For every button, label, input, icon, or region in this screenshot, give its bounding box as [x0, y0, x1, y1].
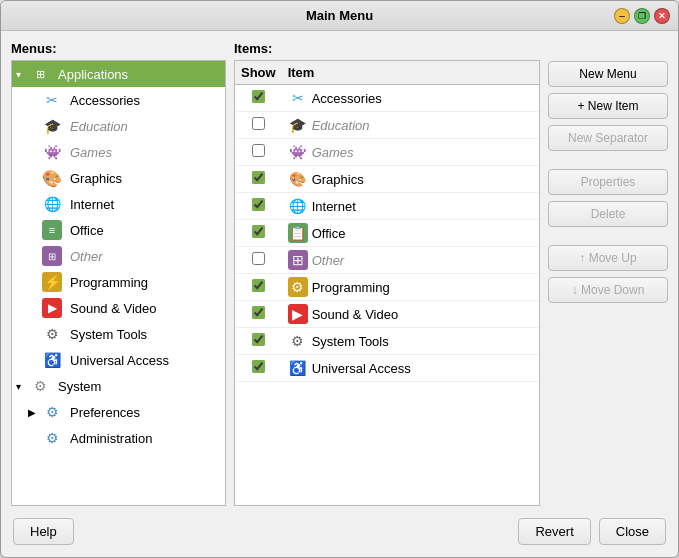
table-row[interactable]: 🎨Graphics	[235, 166, 539, 193]
show-checkbox[interactable]	[235, 220, 282, 247]
table-row[interactable]: ⚙System Tools	[235, 328, 539, 355]
education-icon: 🎓	[42, 116, 62, 136]
tree-item-system-tools[interactable]: ⚙ System Tools	[12, 321, 225, 347]
panels: Menus: ▾ ⊞ Applications ✂ Accessories	[11, 41, 668, 506]
item-cell: ⊞Other	[282, 247, 539, 274]
tree-item-education[interactable]: 🎓 Education	[12, 113, 225, 139]
revert-button[interactable]: Revert	[518, 518, 590, 545]
menus-tree: ▾ ⊞ Applications ✂ Accessories 🎓	[11, 60, 226, 506]
item-icon: 🎓	[288, 115, 308, 135]
properties-button[interactable]: Properties	[548, 169, 668, 195]
item-cell: 🎨Graphics	[282, 166, 539, 193]
item-icon: ⚙	[288, 277, 308, 297]
internet-label: Internet	[70, 197, 114, 212]
help-button[interactable]: Help	[13, 518, 74, 545]
tree-item-office[interactable]: ≡ Office	[12, 217, 225, 243]
table-row[interactable]: 🎓Education	[235, 112, 539, 139]
main-window: Main Menu – ❐ ✕ Menus:	[0, 0, 679, 558]
move-up-button[interactable]: ↑ Move Up	[548, 245, 668, 271]
show-checkbox[interactable]	[235, 355, 282, 382]
table-row[interactable]: ⊞Other	[235, 247, 539, 274]
close-title-button[interactable]: ✕	[654, 8, 670, 24]
close-button[interactable]: Close	[599, 518, 666, 545]
item-name: Accessories	[312, 91, 382, 106]
item-icon: 🌐	[288, 196, 308, 216]
table-row[interactable]: 👾Games	[235, 139, 539, 166]
item-cell: 📋Office	[282, 220, 539, 247]
tree-item-internet[interactable]: 🌐 Internet	[12, 191, 225, 217]
tree-item-graphics[interactable]: 🎨 Graphics	[12, 165, 225, 191]
item-name: System Tools	[312, 334, 389, 349]
tree-item-applications[interactable]: ▾ ⊞ Applications	[12, 61, 225, 87]
item-name: Programming	[312, 280, 390, 295]
education-label: Education	[70, 119, 128, 134]
accessories-label: Accessories	[70, 93, 140, 108]
sound-video-icon: ▶	[42, 298, 62, 318]
tree-item-preferences[interactable]: ▶ ⚙ Preferences	[12, 399, 225, 425]
move-down-button[interactable]: ↓ Move Down	[548, 277, 668, 303]
expand-arrow-applications: ▾	[16, 69, 28, 80]
content-area: Menus: ▾ ⊞ Applications ✂ Accessories	[1, 31, 678, 557]
table-row[interactable]: 📋Office	[235, 220, 539, 247]
tree-item-accessories[interactable]: ✂ Accessories	[12, 87, 225, 113]
table-row[interactable]: 🌐Internet	[235, 193, 539, 220]
system-tools-icon: ⚙	[42, 324, 62, 344]
new-item-button[interactable]: + New Item	[548, 93, 668, 119]
item-name: Office	[312, 226, 346, 241]
system-label: System	[58, 379, 101, 394]
item-cell: ♿Universal Access	[282, 355, 539, 382]
graphics-icon: 🎨	[42, 168, 62, 188]
accessories-icon: ✂	[42, 90, 62, 110]
items-table: Show Item ✂Accessories🎓Education👾Games🎨G…	[234, 60, 540, 506]
table-row[interactable]: ♿Universal Access	[235, 355, 539, 382]
universal-access-icon: ♿	[42, 350, 62, 370]
show-column-header: Show	[235, 61, 282, 85]
show-checkbox[interactable]	[235, 139, 282, 166]
show-checkbox[interactable]	[235, 247, 282, 274]
item-cell: ▶Sound & Video	[282, 301, 539, 328]
maximize-button[interactable]: ❐	[634, 8, 650, 24]
universal-access-label: Universal Access	[70, 353, 169, 368]
table-row[interactable]: ⚙Programming	[235, 274, 539, 301]
show-checkbox[interactable]	[235, 112, 282, 139]
show-checkbox[interactable]	[235, 85, 282, 112]
tree-item-other[interactable]: ⊞ Other	[12, 243, 225, 269]
system-icon: ⚙	[30, 376, 50, 396]
table-row[interactable]: ✂Accessories	[235, 85, 539, 112]
tree-item-sound-video[interactable]: ▶ Sound & Video	[12, 295, 225, 321]
bottom-bar: Help Revert Close	[11, 514, 668, 547]
office-label: Office	[70, 223, 104, 238]
show-checkbox[interactable]	[235, 193, 282, 220]
item-cell: 🌐Internet	[282, 193, 539, 220]
new-separator-button[interactable]: New Separator	[548, 125, 668, 151]
applications-label: Applications	[58, 67, 128, 82]
show-checkbox[interactable]	[235, 274, 282, 301]
item-name: Other	[312, 253, 345, 268]
right-panel: New Menu + New Item New Separator Proper…	[548, 41, 668, 506]
expand-arrow-system: ▾	[16, 381, 28, 392]
menus-label: Menus:	[11, 41, 226, 56]
show-checkbox[interactable]	[235, 166, 282, 193]
new-menu-button[interactable]: New Menu	[548, 61, 668, 87]
show-checkbox[interactable]	[235, 328, 282, 355]
left-panel: Menus: ▾ ⊞ Applications ✂ Accessories	[11, 41, 226, 506]
tree-item-games[interactable]: 👾 Games	[12, 139, 225, 165]
tree-item-administration[interactable]: ⚙ Administration	[12, 425, 225, 451]
table-row[interactable]: ▶Sound & Video	[235, 301, 539, 328]
expand-arrow-preferences: ▶	[28, 407, 40, 418]
item-name: Sound & Video	[312, 307, 399, 322]
delete-button[interactable]: Delete	[548, 201, 668, 227]
middle-panel: Items: Show Item ✂Accessories🎓Education👾…	[234, 41, 540, 506]
tree-item-programming[interactable]: ⚡ Programming	[12, 269, 225, 295]
spacer2	[548, 233, 668, 239]
tree-item-universal-access[interactable]: ♿ Universal Access	[12, 347, 225, 373]
item-name: Education	[312, 118, 370, 133]
office-icon: ≡	[42, 220, 62, 240]
window-title: Main Menu	[306, 8, 373, 23]
administration-label: Administration	[70, 431, 152, 446]
tree-item-system[interactable]: ▾ ⚙ System	[12, 373, 225, 399]
item-name: Internet	[312, 199, 356, 214]
minimize-button[interactable]: –	[614, 8, 630, 24]
item-icon: ♿	[288, 358, 308, 378]
show-checkbox[interactable]	[235, 301, 282, 328]
